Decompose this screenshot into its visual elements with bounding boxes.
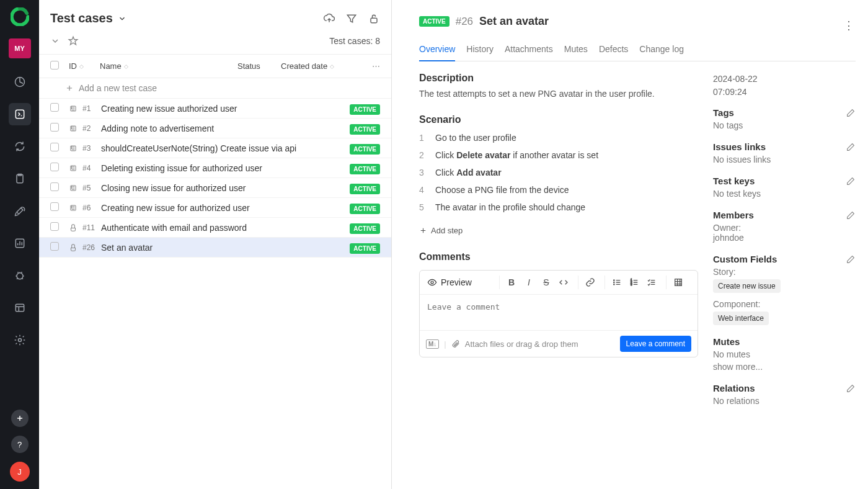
checklist-icon[interactable] <box>645 276 658 289</box>
project-badge[interactable]: MY <box>9 38 31 58</box>
italic-icon[interactable]: I <box>522 276 536 289</box>
row-checkbox[interactable] <box>50 103 59 112</box>
comments-heading: Comments <box>419 251 698 262</box>
edit-icon[interactable] <box>846 384 856 393</box>
logo-icon[interactable] <box>11 7 29 26</box>
links-heading: Issues links <box>713 141 766 152</box>
status-badge: ACTIVE <box>419 16 450 27</box>
svg-point-15 <box>71 146 72 147</box>
bullet-list-icon[interactable] <box>610 276 624 289</box>
tab-mutes[interactable]: Mutes <box>564 40 588 61</box>
nav-settings-icon[interactable] <box>9 329 31 351</box>
col-id[interactable]: ID◇ <box>69 61 100 71</box>
keys-heading: Test keys <box>713 176 755 186</box>
row-checkbox[interactable] <box>50 143 59 151</box>
leave-comment-button[interactable]: Leave a comment <box>620 336 691 352</box>
code-icon[interactable] <box>557 276 570 289</box>
owner-value: johndoe <box>713 233 856 243</box>
preview-button[interactable]: Preview <box>427 277 472 287</box>
svg-point-26 <box>431 281 433 284</box>
table-row[interactable]: #6Creating new issue for authorized user… <box>39 198 391 218</box>
tab-overview[interactable]: Overview <box>419 40 455 61</box>
edit-icon[interactable] <box>846 142 856 152</box>
detail-id: #26 <box>456 16 473 28</box>
links-value: No issues links <box>713 155 856 164</box>
svg-point-18 <box>71 166 72 167</box>
attach-hint-text[interactable]: Attach files or drag & drop them <box>465 339 578 349</box>
step-text: Click Delete avatar if another avatar is… <box>435 150 698 160</box>
scenario-step[interactable]: 5The avatar in the profile should change <box>419 199 698 216</box>
status-badge: ACTIVE <box>350 204 380 214</box>
chevron-down-icon[interactable] <box>50 36 60 46</box>
edit-icon[interactable] <box>846 108 856 118</box>
nav-dashboard-icon[interactable] <box>9 71 31 93</box>
scenario-step[interactable]: 2Click Delete avatar if another avatar i… <box>419 146 698 164</box>
col-name[interactable]: Name◇ <box>100 61 237 71</box>
table-row[interactable]: #5Closing new issue for authorized userA… <box>39 178 391 198</box>
row-checkbox[interactable] <box>50 163 59 171</box>
lock-icon[interactable] <box>368 12 380 25</box>
table-row[interactable]: #11Authenticate with email and passwordA… <box>39 218 391 238</box>
nav-testcases-icon[interactable] <box>9 103 31 125</box>
nav-rocket-icon[interactable] <box>9 200 31 222</box>
component-chip[interactable]: Web interface <box>713 312 769 325</box>
row-name: Deleting existing issue for authorized u… <box>101 163 350 173</box>
more-icon[interactable]: ⋯ <box>361 61 380 71</box>
members-heading: Members <box>713 210 754 220</box>
star-icon[interactable] <box>68 35 79 47</box>
row-checkbox[interactable] <box>50 222 59 231</box>
row-checkbox[interactable] <box>50 123 59 132</box>
add-test-case-row[interactable]: Add a new test case <box>39 78 391 99</box>
row-checkbox[interactable] <box>50 202 59 211</box>
col-created[interactable]: Created date◇ <box>281 61 361 71</box>
tab-attachments[interactable]: Attachments <box>505 40 553 61</box>
story-chip[interactable]: Create new issue <box>713 279 781 293</box>
row-id: #26 <box>82 243 101 252</box>
comment-box: Preview B I S 123 <box>419 270 698 357</box>
comment-input[interactable] <box>420 295 698 328</box>
scenario-step[interactable]: 1Go to the user profile <box>419 129 698 146</box>
nav-refresh-icon[interactable] <box>9 135 31 158</box>
add-step-button[interactable]: Add step <box>419 223 698 238</box>
add-button[interactable] <box>11 410 29 427</box>
show-more-link[interactable]: show more... <box>713 362 856 372</box>
user-avatar[interactable]: J <box>10 462 30 482</box>
row-checkbox[interactable] <box>50 182 59 191</box>
more-menu-icon[interactable]: ⋮ <box>843 19 854 32</box>
scenario-step[interactable]: 4Choose a PNG file from the device <box>419 181 698 199</box>
select-all-checkbox[interactable] <box>50 61 59 70</box>
edit-icon[interactable] <box>846 254 856 264</box>
table-row[interactable]: #2Adding note to advertisementACTIVE <box>39 119 391 138</box>
test-count: Test cases: 8 <box>329 36 380 46</box>
tab-history[interactable]: History <box>466 40 494 61</box>
tab-change-log[interactable]: Change log <box>639 40 684 61</box>
panel-title[interactable]: Test cases <box>50 11 126 25</box>
nav-clipboard-icon[interactable] <box>9 168 31 190</box>
filter-icon[interactable] <box>345 12 358 25</box>
scenario-step[interactable]: 3Click Add avatar <box>419 164 698 181</box>
table-icon[interactable] <box>671 276 685 289</box>
edit-icon[interactable] <box>846 176 856 186</box>
edit-icon[interactable] <box>846 210 856 220</box>
upload-icon[interactable] <box>323 12 335 25</box>
col-status[interactable]: Status <box>237 61 281 71</box>
row-checkbox[interactable] <box>50 242 59 251</box>
table-row[interactable]: #3shouldCreateUserNote(String) Create is… <box>39 138 391 158</box>
table-row[interactable]: #4Deleting existing issue for authorized… <box>39 158 391 178</box>
nav-chart-icon[interactable] <box>9 232 31 254</box>
bold-icon[interactable]: B <box>505 276 518 289</box>
table-row[interactable]: #26Set an avatarACTIVE <box>39 238 391 258</box>
nav-bug-icon[interactable] <box>9 264 31 287</box>
link-icon[interactable] <box>583 276 597 289</box>
tab-defects[interactable]: Defects <box>599 40 628 61</box>
nav-layout-icon[interactable] <box>9 297 31 319</box>
table-row[interactable]: #1Creating new issue authorized userACTI… <box>39 99 391 119</box>
step-text: Go to the user profile <box>435 133 698 143</box>
help-button[interactable]: ? <box>11 436 29 453</box>
strikethrough-icon[interactable]: S <box>539 276 553 289</box>
mutes-value: No mutes <box>713 349 856 359</box>
numbered-list-icon[interactable]: 123 <box>627 276 641 289</box>
attach-icon[interactable] <box>451 339 460 348</box>
relations-heading: Relations <box>713 383 755 393</box>
row-id: #11 <box>82 223 101 232</box>
